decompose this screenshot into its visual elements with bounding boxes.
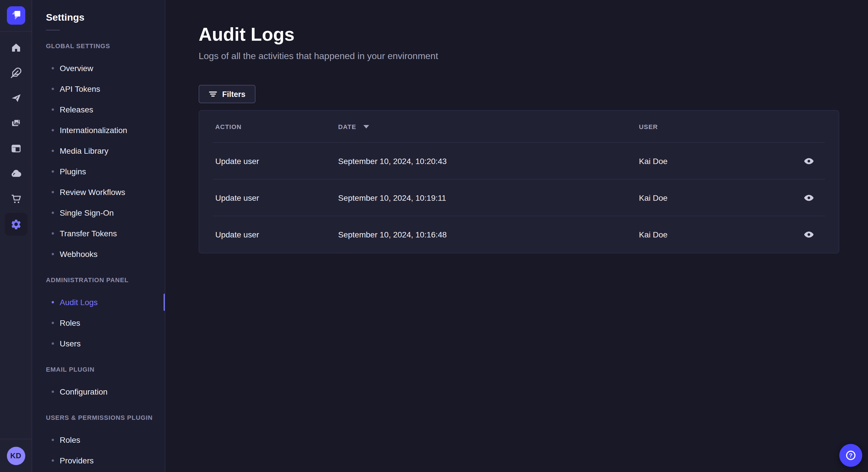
section-label: Global Settings <box>46 38 151 53</box>
bullet-icon <box>52 342 54 345</box>
subnav-item-media-library[interactable]: Media Library <box>32 140 165 161</box>
subnav-item-overview[interactable]: Overview <box>32 58 165 78</box>
eye-icon <box>804 229 814 240</box>
user-avatar[interactable]: KD <box>7 446 25 465</box>
view-details-button[interactable] <box>800 152 818 170</box>
sidebar-item-settings[interactable] <box>4 213 27 236</box>
nav-section-email-plugin: Email Plugin Configuration <box>32 362 165 402</box>
cell-action: Update user <box>215 230 338 239</box>
section-label: Administration Panel <box>46 272 151 287</box>
sort-desc-caret-icon <box>363 125 369 129</box>
filter-icon <box>208 90 218 99</box>
settings-gear-icon <box>10 218 22 230</box>
subnav-item-api-tokens[interactable]: API Tokens <box>32 78 165 99</box>
bullet-icon <box>52 108 54 111</box>
sidebar-item-content-type-builder[interactable] <box>4 137 27 160</box>
cell-user: Kai Doe <box>639 193 793 202</box>
bullet-icon <box>52 301 54 303</box>
audit-logs-table-card: Action Date User Update user September 1… <box>198 110 839 254</box>
sidebar-item-deploy[interactable] <box>4 87 27 109</box>
bullet-icon <box>52 170 54 173</box>
sidebar-item-cloud[interactable] <box>4 162 27 185</box>
bullet-icon <box>52 439 54 441</box>
strapi-logo-icon <box>7 6 25 25</box>
subnav-item-up-providers[interactable]: Providers <box>32 450 165 471</box>
nav-section-administration-panel: Administration Panel Audit Logs Roles Us… <box>32 272 165 354</box>
view-details-button[interactable] <box>800 189 818 207</box>
subnav-item-admin-users[interactable]: Users <box>32 333 165 354</box>
help-button[interactable]: ? <box>839 444 862 467</box>
view-details-button[interactable] <box>800 225 818 244</box>
subnav-item-up-roles[interactable]: Roles <box>32 430 165 450</box>
table-row: Update user September 10, 2024, 10:16:48… <box>199 216 839 253</box>
filters-button[interactable]: Filters <box>198 85 255 103</box>
subnav-title: Settings <box>32 0 165 23</box>
subnav-item-review-workflows[interactable]: Review Workflows <box>32 182 165 202</box>
column-header-user: User <box>639 123 793 130</box>
strapi-logo[interactable] <box>7 6 25 25</box>
main-content: Audit Logs Logs of all the activities th… <box>165 0 868 472</box>
bullet-icon <box>52 150 54 152</box>
settings-subnav: Settings Global Settings Overview API To… <box>32 0 165 472</box>
table-row: Update user September 10, 2024, 10:19:11… <box>199 179 839 216</box>
home-icon <box>10 42 22 53</box>
subnav-item-releases[interactable]: Releases <box>32 99 165 120</box>
sidebar-item-home[interactable] <box>4 36 27 59</box>
subnav-item-admin-roles[interactable]: Roles <box>32 312 165 333</box>
subnav-item-webhooks[interactable]: Webhooks <box>32 244 165 264</box>
subnav-item-audit-logs[interactable]: Audit Logs <box>32 292 165 312</box>
cell-date: September 10, 2024, 10:16:48 <box>338 230 639 239</box>
subnav-item-email-configuration[interactable]: Configuration <box>32 381 165 402</box>
paper-plane-icon <box>10 92 22 104</box>
page-header: Audit Logs Logs of all the activities th… <box>165 0 868 62</box>
bullet-icon <box>52 129 54 131</box>
nav-section-users-permissions-plugin: Users & Permissions plugin Roles Provide… <box>32 410 165 471</box>
help-question-icon: ? <box>844 449 857 462</box>
filters-button-label: Filters <box>222 90 245 98</box>
logo-wrap <box>0 0 32 32</box>
icon-sidebar-items <box>0 32 32 439</box>
media-library-icon <box>10 117 22 129</box>
subnav-item-plugins[interactable]: Plugins <box>32 161 165 182</box>
column-header-date[interactable]: Date <box>338 123 639 130</box>
sidebar-item-media-library[interactable] <box>4 112 27 135</box>
cloud-icon <box>10 168 22 179</box>
svg-text:?: ? <box>849 452 853 459</box>
subnav-divider <box>46 30 60 30</box>
nav-section-global-settings: Global Settings Overview API Tokens Rele… <box>32 38 165 264</box>
eye-icon <box>804 156 814 166</box>
icon-sidebar-footer: KD <box>0 439 32 472</box>
icon-sidebar: KD <box>0 0 32 472</box>
bullet-icon <box>52 232 54 235</box>
bullet-icon <box>52 212 54 214</box>
content-feather-icon <box>10 67 22 78</box>
table-header-row: Action Date User <box>199 111 839 143</box>
subnav-item-transfer-tokens[interactable]: Transfer Tokens <box>32 223 165 244</box>
subnav-item-internationalization[interactable]: Internationalization <box>32 120 165 140</box>
cell-action: Update user <box>215 193 338 202</box>
bullet-icon <box>52 391 54 393</box>
subnav-item-single-sign-on[interactable]: Single Sign-On <box>32 202 165 223</box>
sidebar-item-marketplace[interactable] <box>4 188 27 210</box>
cell-user: Kai Doe <box>639 157 793 166</box>
column-header-action: Action <box>215 123 338 130</box>
eye-icon <box>804 193 814 203</box>
cell-date: September 10, 2024, 10:19:11 <box>338 193 639 202</box>
page-subtitle: Logs of all the activities that happened… <box>198 50 839 62</box>
cell-user: Kai Doe <box>639 230 793 239</box>
page-title: Audit Logs <box>198 23 839 46</box>
sidebar-item-content[interactable] <box>4 61 27 84</box>
bullet-icon <box>52 322 54 324</box>
section-label: Email Plugin <box>46 362 151 377</box>
bullet-icon <box>52 88 54 90</box>
table-row: Update user September 10, 2024, 10:20:43… <box>199 143 839 179</box>
cell-date: September 10, 2024, 10:20:43 <box>338 157 639 166</box>
cart-icon <box>10 193 22 205</box>
section-label: Users & Permissions plugin <box>46 410 151 425</box>
app: KD Settings Global Settings Overview API… <box>0 0 868 472</box>
actions-row: Filters <box>165 62 868 103</box>
bullet-icon <box>52 191 54 193</box>
cell-action: Update user <box>215 157 338 166</box>
bullet-icon <box>52 460 54 462</box>
layout-panel-icon <box>10 143 22 154</box>
